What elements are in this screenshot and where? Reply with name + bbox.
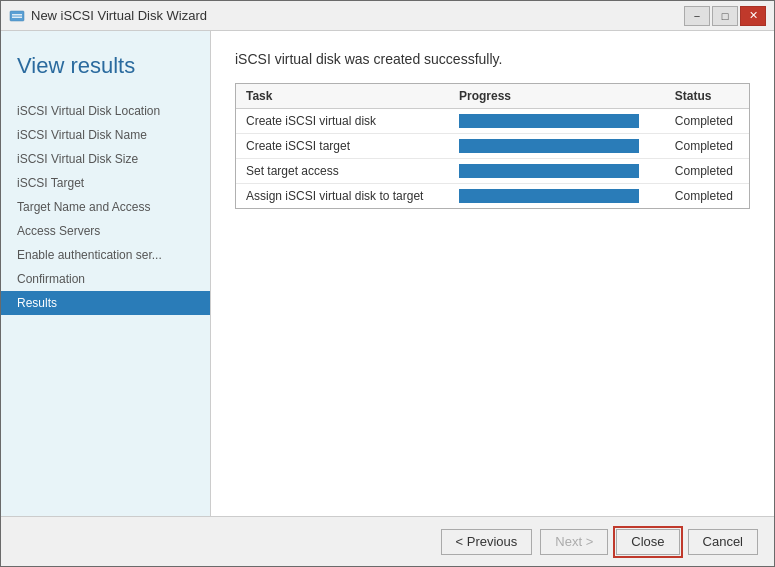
sidebar-item-target[interactable]: iSCSI Target <box>1 171 210 195</box>
svg-rect-1 <box>12 14 22 16</box>
footer: < Previous Next > Close Cancel <box>1 516 774 566</box>
main-window: New iSCSI Virtual Disk Wizard − □ ✕ View… <box>0 0 775 567</box>
progress-bar-container <box>459 164 639 178</box>
window-close-button[interactable]: ✕ <box>740 6 766 26</box>
main-content: iSCSI virtual disk was created successfu… <box>211 31 774 516</box>
svg-rect-0 <box>10 11 24 21</box>
progress-cell <box>449 109 665 134</box>
close-button[interactable]: Close <box>616 529 679 555</box>
progress-bar-fill <box>459 189 639 203</box>
window-body: View results iSCSI Virtual Disk Location… <box>1 31 774 516</box>
progress-cell <box>449 159 665 184</box>
task-cell: Set target access <box>236 159 449 184</box>
title-controls: − □ ✕ <box>684 6 766 26</box>
sidebar-item-size[interactable]: iSCSI Virtual Disk Size <box>1 147 210 171</box>
sidebar-item-name[interactable]: iSCSI Virtual Disk Name <box>1 123 210 147</box>
status-cell: Completed <box>665 134 749 159</box>
status-cell: Completed <box>665 184 749 209</box>
table-row: Create iSCSI virtual diskCompleted <box>236 109 749 134</box>
table-row: Create iSCSI targetCompleted <box>236 134 749 159</box>
progress-bar-fill <box>459 114 639 128</box>
progress-bar-container <box>459 114 639 128</box>
sidebar-item-confirmation[interactable]: Confirmation <box>1 267 210 291</box>
sidebar-item-location[interactable]: iSCSI Virtual Disk Location <box>1 99 210 123</box>
results-table-wrapper: Task Progress Status Create iSCSI virtua… <box>235 83 750 209</box>
progress-bar-container <box>459 189 639 203</box>
task-cell: Create iSCSI target <box>236 134 449 159</box>
progress-cell <box>449 134 665 159</box>
sidebar-item-results[interactable]: Results <box>1 291 210 315</box>
minimize-button[interactable]: − <box>684 6 710 26</box>
task-cell: Assign iSCSI virtual disk to target <box>236 184 449 209</box>
maximize-button[interactable]: □ <box>712 6 738 26</box>
table-row: Assign iSCSI virtual disk to targetCompl… <box>236 184 749 209</box>
title-bar: New iSCSI Virtual Disk Wizard − □ ✕ <box>1 1 774 31</box>
window-title: New iSCSI Virtual Disk Wizard <box>31 8 207 23</box>
sidebar-item-access-servers[interactable]: Access Servers <box>1 219 210 243</box>
sidebar: View results iSCSI Virtual Disk Location… <box>1 31 211 516</box>
col-status: Status <box>665 84 749 109</box>
status-cell: Completed <box>665 159 749 184</box>
sidebar-item-target-name[interactable]: Target Name and Access <box>1 195 210 219</box>
progress-bar-fill <box>459 164 639 178</box>
sidebar-title: View results <box>1 41 210 99</box>
sidebar-item-auth[interactable]: Enable authentication ser... <box>1 243 210 267</box>
status-cell: Completed <box>665 109 749 134</box>
col-progress: Progress <box>449 84 665 109</box>
success-message: iSCSI virtual disk was created successfu… <box>235 51 750 67</box>
cancel-button[interactable]: Cancel <box>688 529 758 555</box>
next-button[interactable]: Next > <box>540 529 608 555</box>
progress-cell <box>449 184 665 209</box>
progress-bar-fill <box>459 139 639 153</box>
svg-rect-2 <box>12 16 22 18</box>
table-row: Set target accessCompleted <box>236 159 749 184</box>
previous-button[interactable]: < Previous <box>441 529 533 555</box>
results-table: Task Progress Status Create iSCSI virtua… <box>236 84 749 208</box>
progress-bar-container <box>459 139 639 153</box>
col-task: Task <box>236 84 449 109</box>
app-icon <box>9 8 25 24</box>
task-cell: Create iSCSI virtual disk <box>236 109 449 134</box>
title-bar-left: New iSCSI Virtual Disk Wizard <box>9 8 207 24</box>
